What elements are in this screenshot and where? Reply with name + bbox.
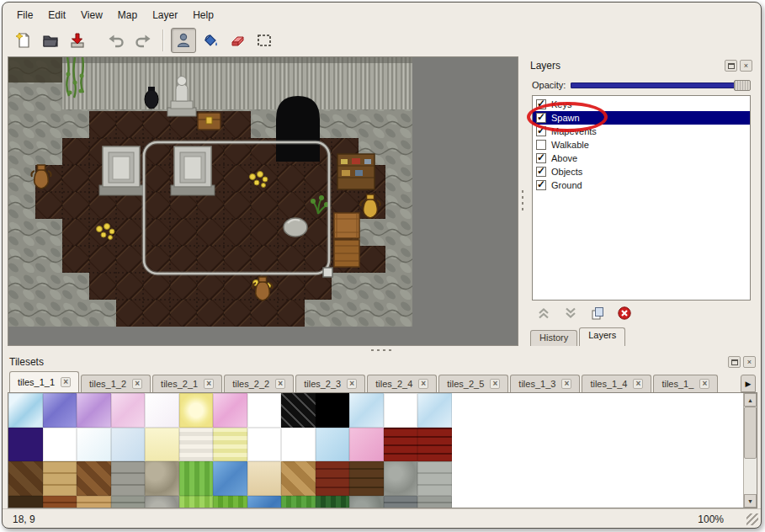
tileset-tile[interactable] (247, 496, 282, 509)
menu-file[interactable]: File (9, 7, 40, 24)
layer-row-ground[interactable]: Ground (533, 178, 750, 192)
tab-scroll-right-button[interactable]: ▶ (741, 375, 756, 392)
tab-close-icon[interactable]: × (633, 379, 643, 389)
float-panel-button[interactable] (725, 60, 737, 72)
tileset-tile[interactable] (77, 393, 111, 428)
layer-visibility-checkbox[interactable] (536, 140, 546, 150)
tab-close-icon[interactable]: × (490, 379, 500, 389)
tileset-tile[interactable] (316, 428, 350, 462)
tileset-tab[interactable]: tiles_1_1× (9, 371, 79, 392)
vertical-splitter[interactable] (518, 56, 527, 346)
tileset-tile[interactable] (281, 393, 316, 428)
tileset-tab[interactable]: tiles_2_3× (295, 375, 365, 392)
opacity-slider[interactable] (571, 79, 751, 92)
horizontal-splitter[interactable] (3, 346, 761, 354)
tileset-tile[interactable] (77, 461, 111, 496)
undo-button[interactable] (104, 28, 129, 53)
tileset-tab[interactable]: tiles_2_5× (438, 375, 508, 392)
tileset-tile[interactable] (179, 461, 214, 496)
tileset-grid[interactable] (8, 393, 452, 508)
open-button[interactable] (38, 28, 63, 53)
tileset-tab[interactable]: tiles_2_2× (224, 375, 294, 392)
layer-visibility-checkbox[interactable] (536, 113, 546, 123)
tileset-tile[interactable] (145, 461, 179, 496)
tab-close-icon[interactable]: × (61, 377, 71, 387)
tileset-tile[interactable] (417, 496, 452, 509)
scroll-down-button[interactable]: ▼ (744, 494, 757, 508)
fill-tool-button[interactable] (198, 28, 223, 53)
tileset-tab[interactable]: tiles_1_2× (81, 375, 151, 392)
tileset-tile[interactable] (43, 393, 77, 428)
close-panel-button[interactable]: × (740, 60, 752, 72)
tileset-tile[interactable] (145, 496, 179, 509)
tileset-tab[interactable]: tiles_1_4× (582, 375, 651, 392)
menu-view[interactable]: View (73, 7, 110, 24)
tileset-tab[interactable]: tiles_2_1× (152, 375, 222, 392)
tileset-tile[interactable] (145, 393, 179, 428)
tileset-tile[interactable] (417, 461, 452, 496)
tileset-tab[interactable]: tiles_1_× (653, 375, 718, 392)
layer-visibility-checkbox[interactable] (536, 126, 546, 136)
redo-button[interactable] (130, 28, 156, 53)
layer-row-objects[interactable]: Objects (533, 165, 750, 178)
tileset-tile[interactable] (281, 461, 316, 496)
tab-close-icon[interactable]: × (561, 379, 571, 389)
save-button[interactable] (65, 28, 90, 53)
tileset-tile[interactable] (8, 428, 43, 462)
tileset-tile[interactable] (213, 428, 247, 462)
stamp-tool-button[interactable] (171, 28, 196, 53)
tileset-tile[interactable] (417, 393, 452, 428)
layer-visibility-checkbox[interactable] (536, 180, 546, 190)
tileset-tile[interactable] (349, 428, 384, 462)
tab-close-icon[interactable]: × (699, 379, 709, 389)
raise-layer-button[interactable] (534, 304, 554, 322)
tileset-tile[interactable] (43, 461, 77, 496)
lower-layer-button[interactable] (560, 304, 581, 322)
tileset-tile[interactable] (316, 393, 350, 428)
tileset-tile[interactable] (111, 428, 146, 462)
tileset-tile[interactable] (281, 496, 316, 509)
tileset-tile[interactable] (213, 496, 247, 509)
opacity-slider-track[interactable] (571, 82, 737, 88)
tileset-tab[interactable]: tiles_1_3× (510, 375, 580, 392)
tab-history[interactable]: History (530, 330, 577, 346)
menu-help[interactable]: Help (185, 7, 221, 24)
layer-row-keys[interactable]: Keys (533, 98, 750, 111)
layer-row-walkable[interactable]: Walkable (533, 138, 750, 152)
tileset-tile[interactable] (77, 496, 111, 509)
tileset-tile[interactable] (247, 428, 282, 462)
tileset-tile[interactable] (417, 428, 452, 462)
tileset-tile[interactable] (111, 496, 146, 509)
tileset-tile[interactable] (111, 461, 146, 496)
tileset-tile[interactable] (213, 461, 247, 496)
tileset-tile[interactable] (349, 461, 384, 496)
tab-close-icon[interactable]: × (275, 379, 285, 389)
scroll-up-button[interactable]: ▲ (744, 393, 757, 407)
scrollbar-thumb[interactable] (744, 407, 757, 459)
tileset-tile[interactable] (213, 393, 247, 428)
tileset-tile[interactable] (281, 428, 316, 462)
tileset-tile[interactable] (43, 496, 77, 509)
tileset-tile[interactable] (349, 496, 384, 509)
tileset-tile[interactable] (77, 428, 111, 462)
tileset-tile[interactable] (349, 393, 384, 428)
tab-close-icon[interactable]: × (347, 379, 357, 389)
tileset-tile[interactable] (384, 428, 418, 462)
tileset-tab[interactable]: tiles_2_4× (367, 375, 437, 392)
tileset-tile[interactable] (247, 393, 282, 428)
float-panel-button[interactable] (728, 356, 741, 368)
tileset-tile[interactable] (179, 496, 214, 509)
tileset-tile[interactable] (316, 461, 350, 496)
tileset-tile[interactable] (384, 496, 418, 509)
layer-row-mapevents[interactable]: Mapevents (533, 125, 750, 138)
tileset-tile[interactable] (179, 428, 214, 462)
opacity-slider-handle[interactable] (734, 80, 751, 91)
tileset-tile[interactable] (179, 393, 214, 428)
menu-edit[interactable]: Edit (40, 7, 73, 24)
tileset-tile[interactable] (384, 461, 418, 496)
delete-layer-button[interactable] (614, 304, 635, 322)
tileset-tile[interactable] (43, 428, 77, 462)
tileset-tile[interactable] (111, 393, 146, 428)
layer-row-spawn[interactable]: Spawn (533, 111, 750, 125)
close-panel-button[interactable]: × (743, 356, 756, 368)
